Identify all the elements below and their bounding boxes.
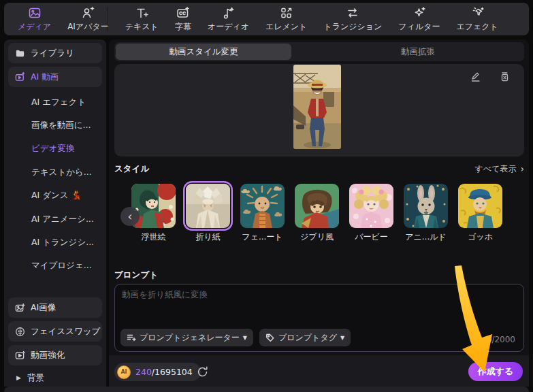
toolbar-item-filters[interactable]: フィルター xyxy=(398,6,440,33)
toolbar-item-audio[interactable]: オーディオ xyxy=(208,6,249,33)
edit-icon[interactable] xyxy=(470,71,481,82)
style-thumb-gogh[interactable] xyxy=(458,184,502,228)
toolbar-item-effects[interactable]: エフェクト xyxy=(456,6,498,33)
sidebar-item-ai-dance[interactable]: AI ダンス 💃 xyxy=(8,184,102,208)
tab-label-extend: 動画拡張 xyxy=(401,46,435,58)
ai-coin-icon: AI xyxy=(117,365,131,379)
media-icon xyxy=(28,6,42,20)
sidebar-label-image-to-video: 画像を動画に... xyxy=(31,120,91,131)
toolbar-item-subtitles[interactable]: 字幕 xyxy=(175,6,191,33)
credits-total: /1695104 xyxy=(152,367,193,377)
sidebar-label-my-projects: マイプロジェ... xyxy=(31,260,92,272)
audio-icon xyxy=(221,6,235,20)
tab-video-style-change[interactable]: 動画スタイル変更 xyxy=(116,44,291,60)
credits-pill[interactable]: AI 240/1695104 xyxy=(114,363,201,381)
sidebar-label-ai-effects: AI エフェクト xyxy=(31,97,86,108)
sidebar-item-my-projects[interactable]: マイプロジェ... xyxy=(8,255,102,278)
elements-icon xyxy=(280,6,293,20)
mode-tabbar: 動画スタイル変更 動画拡張 xyxy=(114,42,524,61)
prompt-toolbar: プロンプトジェネレーター ▼ プロンプトタグ ▼ xyxy=(120,329,351,346)
style-scroll-left-button[interactable]: ‹ xyxy=(120,207,140,226)
prompt-section-title: プロンプト xyxy=(114,270,158,281)
prompt-box: プロンプトジェネレーター ▼ プロンプトタグ ▼ 0/2000 xyxy=(114,284,524,352)
main-panel: 動画スタイル変更 動画拡張 xyxy=(109,39,529,387)
toolbar-label-text: テキスト xyxy=(125,21,159,33)
prompt-generator-button[interactable]: プロンプトジェネレーター ▼ xyxy=(120,329,253,346)
toolbar-item-media[interactable]: メディア xyxy=(18,6,51,33)
style-section-header: スタイル すべて表示 › xyxy=(114,163,524,174)
tag-icon xyxy=(265,333,275,342)
prompt-tags-button[interactable]: プロンプトタグ ▼ xyxy=(259,329,351,346)
luffy-preview-image xyxy=(293,65,341,149)
uploaded-video-thumbnail[interactable] xyxy=(293,65,341,149)
style-label-ukiyoe: 浮世絵 xyxy=(123,231,184,243)
prompt-tags-label: プロンプトタグ xyxy=(278,332,337,344)
toolbar-label-effects: エフェクト xyxy=(456,21,498,33)
sidebar-label-library: ライブラリ xyxy=(31,48,74,59)
show-all-button[interactable]: すべて表示 › xyxy=(475,163,524,175)
create-button[interactable]: 作成する xyxy=(468,362,523,381)
chevron-left-icon: ‹ xyxy=(128,210,133,223)
sidebar-label-video-enhance: 動画強化 xyxy=(31,350,65,361)
toolbar-label-subtitles: 字幕 xyxy=(175,21,191,33)
tab-video-extend[interactable]: 動画拡張 xyxy=(319,42,517,61)
sidebar-label-ai-transition: AI トランジシ... xyxy=(31,237,94,248)
sidebar-item-video-enhance[interactable]: 動画強化 xyxy=(8,345,102,365)
refresh-credits-button[interactable] xyxy=(196,365,209,378)
style-label-animal: アニ...ルド xyxy=(395,231,457,243)
effects-icon xyxy=(470,6,484,20)
style-label-gogh: ゴッホ xyxy=(450,231,511,243)
sidebar-label-ai-image: AI画像 xyxy=(31,302,56,314)
sidebar-label-face-swap: フェイススワップ xyxy=(31,326,100,338)
uploaded-media-card xyxy=(114,64,524,157)
ai-image-icon xyxy=(15,303,25,313)
list-plus-icon xyxy=(127,333,136,342)
prompt-input[interactable] xyxy=(122,289,503,325)
van-gogh-thumb-image xyxy=(458,184,502,228)
triangle-right-icon: ▶ xyxy=(16,374,21,381)
sidebar-item-ai-transition[interactable]: AI トランジシ... xyxy=(8,231,102,254)
credits-balance: 240/1695104 xyxy=(135,367,193,377)
sidebar-label-ai-animation: AI アニメーシ... xyxy=(31,214,94,225)
sidebar-item-ai-video[interactable]: AI 動画 xyxy=(8,67,102,87)
tab-label-style-change: 動画スタイル変更 xyxy=(169,46,238,58)
caret-down-icon: ▼ xyxy=(243,335,247,341)
sidebar-item-video-convert[interactable]: ビデオ変換 xyxy=(8,137,102,161)
delete-icon[interactable] xyxy=(499,71,511,82)
bottom-panel-edge xyxy=(4,387,529,392)
sidebar-item-ai-animation[interactable]: AI アニメーシ... xyxy=(8,208,102,231)
toolbar-item-text[interactable]: テキスト xyxy=(125,6,159,33)
style-thumb-animal[interactable] xyxy=(404,184,448,228)
sidebar-item-library[interactable]: ライブラリ xyxy=(8,43,102,63)
sidebar-label-ai-dance: AI ダンス 💃 xyxy=(31,190,82,201)
sidebar-label-video-convert: ビデオ変換 xyxy=(31,143,74,154)
sidebar-item-ai-effects[interactable]: AI エフェクト xyxy=(8,91,102,114)
sidebar-item-text-to[interactable]: テキストから... xyxy=(8,161,102,184)
sidebar-item-image-to-video[interactable]: 画像を動画に... xyxy=(8,114,102,137)
toolbar-label-media: メディア xyxy=(18,21,51,33)
style-thumb-felt[interactable] xyxy=(240,184,285,228)
barbie-thumb-image xyxy=(349,184,393,228)
char-count-limit: /2000 xyxy=(491,335,515,344)
toolbar-item-elements[interactable]: エレメント xyxy=(265,6,307,33)
toolbar-item-ai-avatar[interactable]: AIアバター xyxy=(67,6,109,33)
sidebar-group-background[interactable]: ▶ 背景 xyxy=(8,369,102,387)
avatar-icon xyxy=(81,6,95,20)
toolbar-item-transitions[interactable]: トランジション xyxy=(323,6,382,33)
char-counter: 0/2000 xyxy=(487,335,515,344)
style-label-felt: フェ...ート xyxy=(232,231,293,243)
sidebar-ai-video-submenu: AI エフェクト 画像を動画に... ビデオ変換 テキストから... AI ダン… xyxy=(8,91,102,278)
sidebar-item-ai-image[interactable]: AI画像 xyxy=(8,297,102,318)
style-thumb-barbie[interactable] xyxy=(349,184,393,228)
sidebar-item-face-swap[interactable]: フェイススワップ xyxy=(8,321,102,342)
toolbar-label-elements: エレメント xyxy=(265,21,307,33)
felt-thumb-image xyxy=(240,184,285,228)
sidebar-label-background: 背景 xyxy=(27,372,44,384)
style-thumb-origami[interactable] xyxy=(186,184,230,228)
style-thumb-ghibli[interactable] xyxy=(295,184,339,228)
credits-used: 240 xyxy=(135,367,152,377)
folder-icon xyxy=(15,48,25,59)
video-enhance-icon xyxy=(15,350,25,361)
sidebar-label-text-to: テキストから... xyxy=(31,167,92,178)
style-label-barbie: バービー xyxy=(341,231,402,243)
